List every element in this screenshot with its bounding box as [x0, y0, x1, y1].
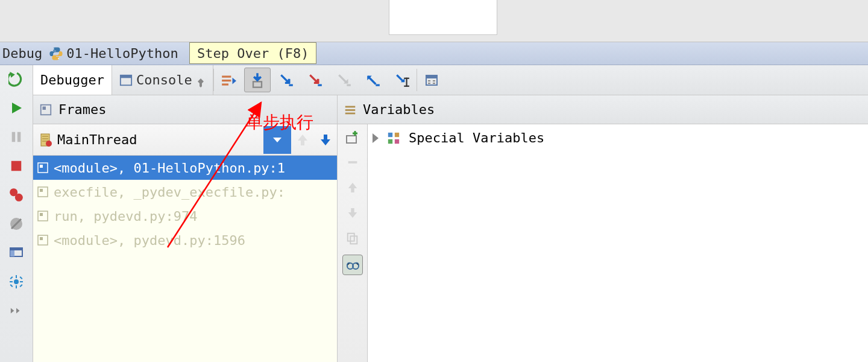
- run-config-name: 01-HelloPython: [66, 46, 178, 61]
- expand-icon[interactable]: [373, 133, 379, 143]
- svg-rect-51: [40, 165, 43, 168]
- svg-point-6: [15, 194, 23, 202]
- svg-rect-24: [222, 79, 231, 81]
- svg-rect-57: [40, 237, 43, 240]
- debugger-main: Debugger Console: [0, 65, 868, 362]
- svg-rect-4: [11, 161, 22, 171]
- python-icon: [48, 46, 64, 62]
- mute-breakpoints-button[interactable]: [7, 215, 25, 233]
- frame-item[interactable]: execfile, _pydev_execfile.py:: [33, 180, 337, 204]
- pause-button[interactable]: [7, 128, 25, 146]
- force-step-into-button[interactable]: [330, 65, 359, 95]
- view-breakpoints-button[interactable]: [7, 186, 25, 204]
- frame-label: <module>, 01-HelloPython.py:1: [54, 160, 285, 176]
- frame-item[interactable]: run, pydevd.py:974: [33, 204, 337, 228]
- tab-debugger-label: Debugger: [40, 72, 104, 87]
- show-execution-point-button[interactable]: [214, 65, 243, 95]
- svg-rect-35: [426, 75, 437, 78]
- tab-console[interactable]: Console: [112, 65, 213, 95]
- copy-watch-button[interactable]: [344, 229, 362, 247]
- frame-icon: [37, 210, 49, 222]
- svg-rect-39: [433, 83, 435, 84]
- svg-rect-65: [395, 132, 399, 136]
- svg-rect-59: [348, 161, 357, 164]
- frames-panel-header: Frames: [33, 95, 338, 124]
- thread-name: MainThread: [57, 132, 137, 147]
- rerun-button[interactable]: [7, 70, 25, 88]
- frame-label: run, pydevd.py:974: [54, 209, 197, 224]
- remove-watch-button[interactable]: [344, 153, 362, 171]
- step-out-button[interactable]: [359, 65, 388, 95]
- variable-row-special[interactable]: Special Variables: [373, 130, 863, 145]
- add-watch-button[interactable]: [344, 128, 362, 146]
- frames-icon: [39, 103, 52, 116]
- svg-rect-31: [406, 77, 407, 86]
- svg-rect-37: [428, 83, 430, 84]
- variables-toolbar: [338, 124, 368, 362]
- watch-down-button[interactable]: [344, 204, 362, 222]
- debug-label: Debug: [2, 46, 42, 61]
- stop-button[interactable]: [7, 157, 25, 175]
- frames-list: <module>, 01-HelloPython.py:1 execfile, …: [33, 156, 337, 362]
- frame-icon: [37, 234, 49, 246]
- console-icon: [119, 74, 133, 87]
- evaluate-expression-button[interactable]: [417, 65, 446, 95]
- frame-down-button[interactable]: [314, 126, 337, 154]
- special-variables-label: Special Variables: [409, 130, 544, 145]
- tab-debugger[interactable]: Debugger: [33, 65, 112, 95]
- special-variables-icon: [387, 132, 400, 145]
- svg-rect-20: [20, 276, 23, 279]
- thread-selector-row: MainThread: [33, 124, 337, 156]
- thread-selector[interactable]: MainThread: [38, 132, 263, 147]
- frame-label: <module>, pydevd.py:1596: [54, 233, 245, 248]
- more-button[interactable]: [7, 302, 25, 320]
- frame-icon: [37, 186, 49, 198]
- svg-rect-28: [318, 84, 322, 86]
- svg-rect-58: [347, 136, 356, 143]
- thread-dropdown-button[interactable]: [263, 126, 291, 154]
- step-over-tooltip: Step Over (F8): [189, 42, 316, 64]
- svg-rect-64: [388, 132, 392, 136]
- svg-rect-29: [347, 84, 351, 86]
- svg-rect-38: [433, 80, 435, 81]
- svg-rect-11: [10, 250, 14, 256]
- watch-up-button[interactable]: [344, 179, 362, 197]
- debugger-tab-bar: Debugger Console: [33, 65, 868, 95]
- variables-icon: [344, 103, 357, 116]
- editor-tab-placeholder: [389, 0, 497, 35]
- svg-rect-25: [222, 83, 228, 85]
- variables-panel-header: Variables: [338, 95, 868, 124]
- svg-rect-41: [43, 106, 46, 110]
- editor-area-placeholder: [0, 0, 868, 42]
- svg-rect-43: [345, 109, 356, 111]
- svg-rect-3: [17, 132, 21, 142]
- frame-item[interactable]: <module>, 01-HelloPython.py:1: [33, 156, 337, 180]
- run-to-cursor-button[interactable]: [388, 65, 417, 95]
- svg-rect-16: [20, 281, 23, 282]
- svg-point-1: [58, 57, 59, 59]
- thread-icon: [38, 133, 52, 147]
- panels-header-row: Frames Variables: [33, 95, 868, 124]
- svg-rect-33: [404, 85, 409, 86]
- variables-label: Variables: [363, 102, 435, 117]
- step-into-button[interactable]: [272, 65, 301, 95]
- pin-icon: [196, 75, 206, 85]
- resume-button[interactable]: [7, 99, 25, 117]
- svg-rect-19: [10, 284, 13, 287]
- panels-body: MainThread <module>, 01-HelloP: [33, 124, 868, 362]
- step-over-button[interactable]: [244, 68, 271, 92]
- settings-button[interactable]: [7, 273, 25, 291]
- svg-point-49: [46, 141, 52, 147]
- step-into-mycode-button[interactable]: [301, 65, 330, 95]
- svg-rect-22: [121, 75, 131, 78]
- frame-up-button[interactable]: [291, 126, 314, 154]
- frame-icon: [37, 162, 49, 174]
- svg-rect-14: [16, 285, 17, 288]
- show-watches-button[interactable]: [342, 255, 363, 275]
- svg-rect-26: [253, 81, 262, 87]
- svg-rect-30: [376, 84, 380, 86]
- frame-item[interactable]: <module>, pydevd.py:1596: [33, 228, 337, 252]
- svg-rect-36: [428, 80, 430, 81]
- layout-settings-button[interactable]: [7, 244, 25, 262]
- svg-rect-18: [20, 284, 23, 287]
